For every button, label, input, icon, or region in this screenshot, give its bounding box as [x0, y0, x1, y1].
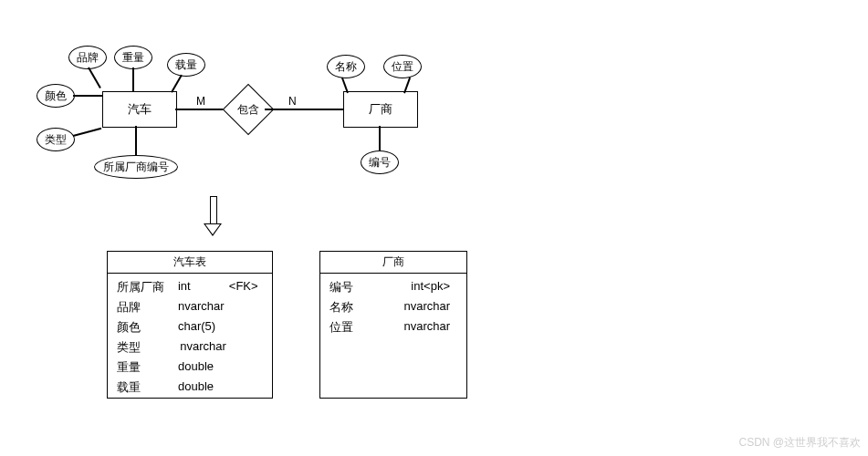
attr-brand: 品牌	[68, 46, 107, 69]
table-mfr-title: 厂商	[320, 252, 466, 274]
table-row: 颜色char(5)	[117, 319, 263, 336]
table-mfr-body: 编号int<pk> 名称nvarchar 位置nvarchar	[320, 274, 466, 345]
table-mfr: 厂商 编号int<pk> 名称nvarchar 位置nvarchar	[319, 251, 467, 399]
entity-mfr-label: 厂商	[369, 101, 392, 118]
table-car-body: 所属厂商int<FK> 品牌nvarchar 颜色char(5) 类型nvarc…	[108, 274, 272, 405]
connector	[88, 67, 100, 88]
attr-mfr-id: 所属厂商编号	[94, 155, 178, 179]
table-row: 名称nvarchar	[329, 299, 457, 316]
table-row: 载重double	[117, 379, 263, 396]
cardinality-n: N	[288, 95, 297, 108]
watermark: CSDN @这世界我不喜欢	[738, 435, 861, 451]
arrow-down-icon	[205, 196, 220, 237]
er-diagram: 汽车 品牌 重量 载量 颜色 类型 所属厂商编号 M 包含 N 厂商 名称 位置…	[0, 0, 868, 456]
cardinality-m: M	[196, 95, 205, 108]
attr-weight: 重量	[114, 46, 152, 69]
table-row: 编号int<pk>	[329, 279, 457, 295]
attr-name: 名称	[327, 55, 365, 78]
connector	[73, 95, 102, 97]
table-car: 汽车表 所属厂商int<FK> 品牌nvarchar 颜色char(5) 类型n…	[107, 251, 273, 399]
entity-car-label: 汽车	[128, 101, 152, 118]
connector	[132, 67, 134, 91]
connector	[171, 75, 182, 93]
attr-color: 颜色	[37, 84, 75, 108]
attr-load: 载量	[167, 53, 205, 77]
attr-id: 编号	[361, 150, 399, 174]
attr-location: 位置	[383, 55, 422, 78]
attr-type: 类型	[37, 128, 75, 151]
connector	[265, 109, 343, 110]
entity-mfr: 厂商	[343, 91, 418, 128]
table-row: 位置nvarchar	[329, 319, 457, 336]
table-car-title: 汽车表	[108, 252, 272, 274]
table-row: 类型nvarchar	[117, 339, 263, 356]
relationship-contains: 包含	[230, 91, 267, 128]
table-row: 品牌nvarchar	[117, 299, 263, 316]
table-row: 所属厂商int<FK>	[117, 279, 263, 295]
connector	[379, 126, 381, 150]
entity-car: 汽车	[102, 91, 177, 128]
table-row: 重量double	[117, 359, 263, 376]
connector	[73, 128, 101, 137]
connector	[135, 126, 137, 155]
